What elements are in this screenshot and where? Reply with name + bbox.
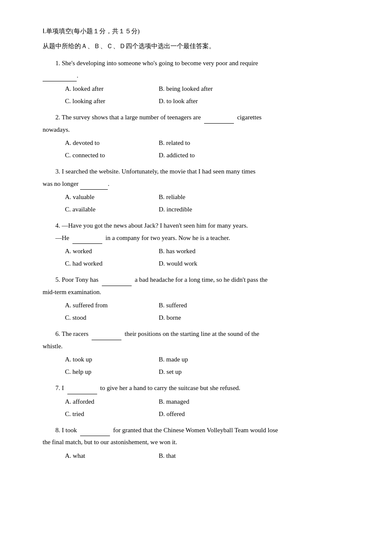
- option-1a: A. looked after: [65, 83, 159, 95]
- question-5-text: 5. Poor Tony has a bad headache for a lo…: [43, 274, 358, 286]
- option-3d: D. incredible: [159, 204, 253, 215]
- option-4d: D. would work: [159, 258, 253, 269]
- question-5: 5. Poor Tony has a bad headache for a lo…: [43, 274, 358, 324]
- question-8: 8. I took for granted that the Chinese W…: [43, 424, 358, 462]
- option-2b: B. related to: [159, 137, 253, 149]
- option-3b: B. reliable: [159, 191, 253, 203]
- option-6c: C. help up: [65, 366, 159, 378]
- question-2: 2. The survey shows that a large number …: [43, 111, 358, 161]
- question-1-text2: .: [43, 69, 358, 82]
- option-1d: D. to look after: [159, 95, 253, 107]
- option-7a: A. afforded: [65, 396, 159, 408]
- option-6a: A. took up: [65, 354, 159, 365]
- question-6: 6. The racers their positions on the sta…: [43, 328, 358, 378]
- option-7d: D. offered: [159, 408, 253, 420]
- question-4-text1: 4. —Have you got the news about Jack? I …: [43, 220, 358, 232]
- question-4-text2: —He in a company for two years. Now he i…: [43, 232, 358, 244]
- question-3-text2: was no longer .: [43, 178, 358, 190]
- option-3c: C. available: [65, 204, 159, 215]
- question-7-text: 7. I to give her a hand to carry the sui…: [43, 382, 358, 394]
- option-4c: C. had worked: [65, 258, 159, 269]
- option-7b: B. managed: [159, 396, 253, 408]
- option-1c: C. looking after: [65, 95, 159, 107]
- question-1-options: A. looked after B. being looked after C.…: [65, 83, 358, 107]
- section-title: Ⅰ.单项填空(每小题１分，共１５分): [43, 26, 358, 37]
- question-6-text2: whistle.: [43, 340, 358, 353]
- option-4a: A. worked: [65, 246, 159, 257]
- question-4-options: A. worked B. has worked C. had worked D.…: [65, 246, 358, 269]
- instruction: 从题中所给的Ａ、Ｂ、Ｃ、Ｄ四个选项中选出一个最佳答案。: [43, 40, 358, 52]
- option-7c: C. tried: [65, 408, 159, 420]
- option-1b: B. being looked after: [159, 83, 253, 95]
- question-5-text2: mid-term examination.: [43, 286, 358, 298]
- option-5a: A. suffered from: [65, 300, 159, 311]
- question-5-options: A. suffered from B. suffered C. stood D.…: [65, 300, 358, 324]
- option-2c: C. connected to: [65, 150, 159, 161]
- option-2a: A. devoted to: [65, 137, 159, 149]
- option-5b: B. suffered: [159, 300, 253, 311]
- question-1: 1. She's developing into someone who's g…: [43, 57, 358, 107]
- option-8a: A. what: [65, 450, 159, 462]
- question-4: 4. —Have you got the news about Jack? I …: [43, 220, 358, 269]
- option-2d: D. addicted to: [159, 150, 253, 161]
- option-4b: B. has worked: [159, 246, 253, 257]
- option-6d: D. set up: [159, 366, 253, 378]
- question-1-text: 1. She's developing into someone who's g…: [43, 57, 358, 69]
- question-6-text: 6. The racers their positions on the sta…: [43, 328, 358, 340]
- question-8-text: 8. I took for granted that the Chinese W…: [43, 424, 358, 436]
- option-8b: B. that: [159, 450, 253, 462]
- question-8-text2: the final match, but to our astonishemen…: [43, 436, 358, 448]
- question-7-options: A. afforded B. managed C. tried D. offer…: [65, 396, 358, 420]
- question-2-text: 2. The survey shows that a large number …: [43, 111, 358, 124]
- question-2-text2: nowadays.: [43, 124, 358, 136]
- option-3a: A. valuable: [65, 191, 159, 203]
- question-3-options: A. valuable B. reliable C. available D. …: [65, 191, 358, 215]
- question-6-options: A. took up B. made up C. help up D. set …: [65, 354, 358, 378]
- option-6b: B. made up: [159, 354, 253, 365]
- question-8-options: A. what B. that: [65, 450, 358, 462]
- question-3-text: 3. I searched the website. Unfortunately…: [43, 165, 358, 178]
- question-2-options: A. devoted to B. related to C. connected…: [65, 137, 358, 161]
- question-7: 7. I to give her a hand to carry the sui…: [43, 382, 358, 420]
- question-3: 3. I searched the website. Unfortunately…: [43, 165, 358, 215]
- option-5c: C. stood: [65, 312, 159, 324]
- option-5d: D. borne: [159, 312, 253, 324]
